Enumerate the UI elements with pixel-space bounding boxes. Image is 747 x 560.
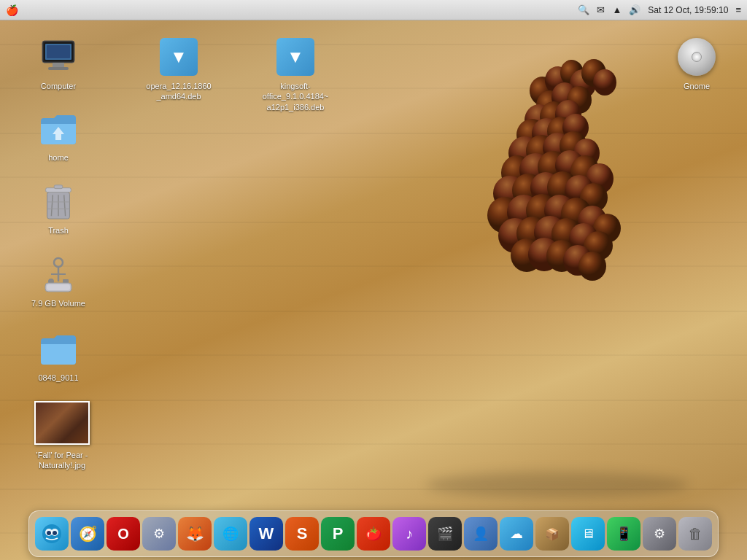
volume-icon[interactable]: 🔊 [629,4,640,15]
svg-point-7 [551,82,578,112]
svg-point-23 [538,151,568,183]
svg-point-5 [593,69,616,96]
svg-point-12 [516,119,547,151]
trash-icon-label: Trash [45,225,71,236]
svg-point-25 [570,155,600,187]
svg-point-43 [551,218,582,250]
svg-point-35 [526,194,558,228]
home-folder-icon-label: home [45,152,71,163]
mail-icon[interactable]: ✉ [597,4,605,15]
svg-point-21 [501,155,533,190]
svg-point-38 [578,206,607,236]
desktop-icon-home[interactable]: home [22,108,95,163]
svg-rect-54 [53,63,64,67]
dock-icon-system[interactable]: ⚙ [142,517,176,551]
dock-icon-contacts[interactable]: 👤 [464,517,498,551]
svg-point-14 [547,117,575,146]
computer-icon-image [38,36,79,77]
dock-icon-screen[interactable]: 🖥 [571,517,605,551]
svg-rect-55 [48,67,69,70]
svg-point-13 [532,118,561,149]
dock-icon-globe[interactable]: 🌐 [214,517,247,551]
svg-point-2 [559,59,584,88]
svg-point-6 [536,90,564,121]
svg-point-33 [487,197,522,233]
photo-icon-label: 'Fall' for Pear - Naturally!.jpg [26,449,98,472]
svg-point-10 [540,101,568,132]
desktop-icon-folder-0848[interactable]: 0848_9011 [22,328,95,384]
dock-icon-settings[interactable]: ⚙ [643,517,676,551]
svg-point-37 [561,198,592,230]
dock-icon-wps-writer[interactable]: W [249,517,283,551]
folder-0848-icon-image [38,328,79,369]
svg-point-17 [526,135,557,167]
svg-point-41 [516,217,549,250]
dock-icon-wps-spreadsheet[interactable]: S [285,517,319,551]
dock-icon-video[interactable]: 🎬 [428,517,462,551]
desktop-icon-gnome[interactable]: Gnome [660,36,733,92]
svg-point-30 [547,171,578,203]
svg-point-16 [508,136,541,170]
dock-icon-browser[interactable]: 🧭 [71,517,104,551]
menubar-left: 🍎 [6,4,18,16]
dock-icon-phone[interactable]: 📱 [607,517,640,551]
svg-point-8 [567,86,592,114]
svg-point-47 [528,238,560,271]
svg-point-9 [525,104,554,136]
svg-point-78 [47,531,51,535]
svg-point-32 [580,183,608,212]
svg-point-3 [570,69,596,98]
svg-point-26 [586,163,614,194]
svg-point-4 [581,59,606,87]
chestnut-art [324,33,703,514]
svg-point-51 [426,472,689,498]
usb-volume-icon-image [38,254,79,295]
svg-point-36 [544,195,575,227]
dock-icon-cydia[interactable]: 📦 [535,517,569,551]
svg-point-68 [54,258,63,267]
wifi-icon[interactable]: ▲ [612,4,622,15]
gnome-icon-image [676,36,717,77]
svg-point-0 [527,74,558,108]
folder-0848-icon-label: 0848_9011 [35,372,81,384]
dock-icon-firefox[interactable]: 🦊 [178,517,212,551]
svg-rect-74 [47,284,70,290]
dock-icon-icloud[interactable]: ☁ [500,517,533,551]
kingsoft-deb-icon-image [275,36,316,77]
svg-point-46 [511,238,543,272]
desktop-icon-photo[interactable]: 'Fall' for Pear - Naturally!.jpg [22,400,102,472]
dock-icon-trash[interactable]: 🗑 [678,517,712,551]
svg-point-40 [498,218,532,253]
svg-point-29 [530,172,561,204]
apple-logo-icon[interactable]: 🍎 [6,4,18,16]
svg-point-11 [555,100,581,129]
svg-point-44 [569,223,598,254]
opera-deb-icon-label: opera_12.16.1860_amd64.deb [142,80,215,103]
svg-rect-62 [54,185,63,189]
svg-point-48 [546,240,577,272]
dock-icon-finder[interactable] [35,517,69,551]
desktop-icon-trash[interactable]: Trash [22,181,95,236]
trash-icon-image [38,181,79,222]
desktop: 🍎 🔍 ✉ ▲ 🔊 Sat 12 Oct, 19:59:10 ≡ Compute… [0,0,747,560]
desktop-icon-computer[interactable]: Computer [22,36,95,92]
desktop-icon-usb-volume[interactable]: 7.9 GB Volume [22,254,95,309]
svg-point-34 [507,195,541,230]
svg-point-24 [555,150,584,181]
dock-icon-opera[interactable]: O [107,517,140,551]
svg-rect-59 [55,134,61,140]
dock-icon-wps-presentation[interactable]: P [321,517,355,551]
photo-icon-image [33,400,91,446]
svg-point-22 [519,153,551,187]
svg-point-27 [493,176,527,211]
svg-point-19 [560,131,587,160]
dock-icon-music[interactable]: ♪ [392,517,426,551]
svg-point-1 [543,66,570,96]
dock-icon-red-app[interactable]: 🍅 [357,517,390,551]
spotlight-icon[interactable]: 🔍 [578,4,589,15]
desktop-icon-kingsoft-deb[interactable]: kingsoft-office_9.1.0.4184~a12p1_i386.de… [248,36,343,113]
opera-deb-icon-image [158,36,199,77]
menu-list-icon[interactable]: ≡ [735,4,741,15]
desktop-icon-opera-deb[interactable]: opera_12.16.1860_amd64.deb [135,36,222,103]
svg-point-79 [53,531,57,535]
